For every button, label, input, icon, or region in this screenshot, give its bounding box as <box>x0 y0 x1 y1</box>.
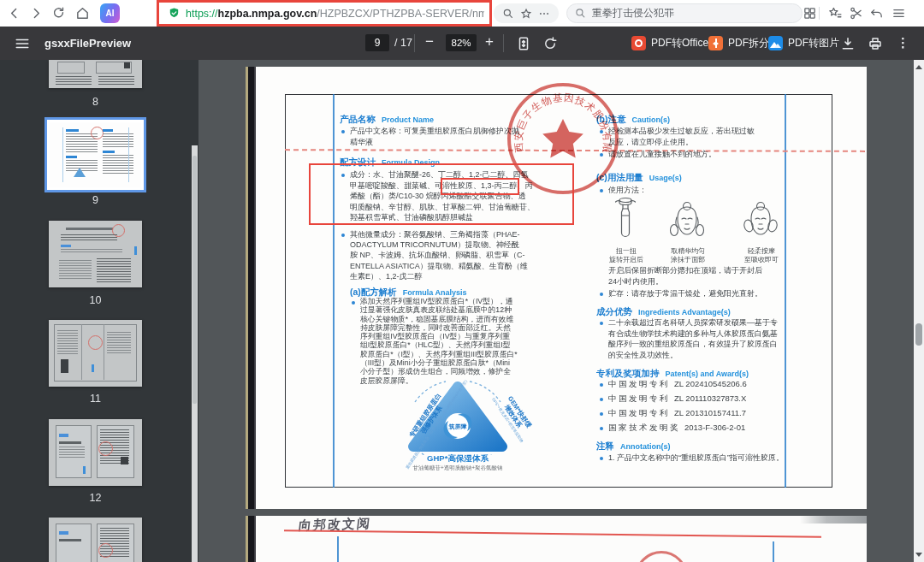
usage-caption-3: 轻柔按摩至吸收即可 <box>735 247 788 263</box>
browser-toolbar: AI https://hzpba.nmpa.gov.cn/HZPBZCX/PTH… <box>0 0 924 27</box>
thumbnail-page-12[interactable] <box>49 419 142 486</box>
pdf-toolbar: gsxxFilePreview 9 / 17 − 82% + PDF转Offic… <box>0 27 924 60</box>
thumbnail-page-11[interactable] <box>49 320 142 387</box>
page-number-input[interactable]: 9 <box>365 34 389 51</box>
zoom-out-button[interactable]: − <box>421 33 438 50</box>
brand-system-triangle-logo: 筑屏障 专研重组胶原蛋白强修护体系 重组胶原蛋白仿生组合（IV型+HLC型+I型… <box>389 376 526 475</box>
usage-caption-2: 取精华均匀涂抹于面部 <box>661 247 714 263</box>
storage-text: 贮存：请存放于常温干燥处，避免阳光直射。 <box>608 288 762 299</box>
analysis-text: 添加天然序列重组IV型胶原蛋白*（IV型），通过显著强化皮肤真表皮联结处基底膜中… <box>360 297 518 385</box>
section-annotation: 注释Annotation(s) <box>596 437 671 453</box>
thumbnail-page-9-selected[interactable] <box>44 117 146 192</box>
pdf-to-image-button[interactable]: PDF转图片 <box>768 36 839 50</box>
viewer-scrollbar[interactable] <box>914 60 924 562</box>
pdf-page-9: 产品名称Product Name 产品中文名称：可复美重组胶原蛋白肌御修护次抛精… <box>246 67 867 509</box>
thumbnail-page-8[interactable] <box>49 60 142 88</box>
viewer-scrollbar-thumb[interactable] <box>915 323 922 346</box>
address-bar-actions <box>494 3 559 23</box>
patent-row: 中国发明专利ZL 201310157411.7 <box>608 408 746 419</box>
search-box[interactable]: 重拳打击侵公犯罪 <box>566 3 803 23</box>
ai-assistant-icon[interactable]: AI <box>100 3 120 23</box>
favorites-list-icon[interactable] <box>828 6 843 21</box>
undo-history-icon[interactable] <box>869 6 884 21</box>
url-path: /HZPBZCX/PTHZPBA-SERVER/nmpafile/gsxxFil… <box>317 8 484 20</box>
screen: AI https://hzpba.nmpa.gov.cn/HZPBZCX/PTH… <box>0 0 924 562</box>
toolbar-separator <box>414 34 415 52</box>
face-massage-illustration <box>740 200 781 245</box>
scan-smudge <box>800 516 867 524</box>
toolbar-separator <box>819 7 820 20</box>
scan-edge <box>246 67 258 509</box>
face-apply-illustration <box>666 200 708 245</box>
home-icon[interactable] <box>75 6 90 21</box>
viewer-title: gsxxFilePreview <box>44 37 131 50</box>
back-icon[interactable] <box>7 6 21 21</box>
secure-shield-icon <box>168 7 181 20</box>
fit-page-icon[interactable] <box>516 36 531 51</box>
pdf-to-office-button[interactable]: PDF转Office <box>631 36 708 50</box>
browser-menu-icon[interactable] <box>891 6 906 21</box>
viewer-menu-icon[interactable]: ⋮ <box>897 35 909 50</box>
company-seal-partial <box>635 551 688 562</box>
trace-ingredients-text: 其他微量成分：聚谷氨酸钠、三角褐指藻（PHAE-ODACTYLUM TRICOR… <box>350 229 528 281</box>
thumbnail-label-11: 11 <box>49 393 142 405</box>
patent-row: 中国发明专利ZL 202410545206.6 <box>608 379 747 390</box>
section-product-name: 产品名称Product Name <box>340 110 434 126</box>
sidebar-scrollbar-thumb[interactable] <box>192 156 197 404</box>
label-divider <box>337 536 339 562</box>
scrollbar-down-icon[interactable] <box>915 553 922 557</box>
ghp-system-label: GHP*高保湿体系 <box>389 453 526 464</box>
section-ingredients-advantage: 成分优势Ingredients Advantage(s) <box>596 303 731 318</box>
sidebar-toggle-icon[interactable] <box>15 36 30 51</box>
pdf-page-10: 向邦改文阅 <box>246 516 867 562</box>
rotate-page-icon[interactable] <box>542 36 558 51</box>
print-icon[interactable] <box>868 36 883 51</box>
thumbnail-label-10: 10 <box>49 294 142 306</box>
zoom-page-icon[interactable] <box>502 8 514 20</box>
zoom-level[interactable]: 82% <box>446 34 477 51</box>
thumbnail-page-13[interactable] <box>49 518 142 562</box>
usage-caption-1: 扭一扭旋转开启后 <box>601 247 651 263</box>
more-options-icon[interactable] <box>538 8 550 20</box>
pdf-split-button[interactable]: PDF拆分 <box>708 36 769 50</box>
ampoule-illustration <box>613 195 637 246</box>
address-bar[interactable]: https://hzpba.nmpa.gov.cn/HZPBZCX/PTHZPB… <box>168 3 484 23</box>
image-icon <box>768 36 783 50</box>
apps-grid-icon[interactable] <box>803 6 817 21</box>
thumbnail-page-10[interactable] <box>49 221 142 287</box>
forward-icon[interactable] <box>29 6 44 21</box>
triangle-center-label: 筑屏障 <box>448 423 467 430</box>
scissors-clip-icon[interactable] <box>849 6 863 21</box>
thumbnail-page-9 <box>50 122 141 187</box>
thumbnail-label-9: 9 <box>49 194 142 206</box>
scrollbar-up-icon[interactable] <box>915 65 922 69</box>
usage-note: 开启后保留折断部分摁扣在顶端，请于开封后24小时内使用。 <box>608 265 762 287</box>
red-line-annotation <box>284 529 821 538</box>
thumbnail-sidebar: 8 9 <box>0 60 198 562</box>
ghp-system-sublabel: 甘油葡糖苷+透明质酸钠+聚谷氨酸钠 <box>389 464 526 472</box>
download-icon[interactable] <box>840 36 856 51</box>
split-icon <box>708 36 723 50</box>
label-divider <box>333 94 335 488</box>
office-icon <box>631 36 646 50</box>
url-host: hzpba.nmpa.gov.cn <box>218 8 317 20</box>
annotation-text: 1. 产品中文名称中的“重组胶原蛋白”指可溶性胶原。 <box>608 453 784 464</box>
search-icon <box>575 8 586 19</box>
red-annotation-soluble-collagen <box>441 178 519 195</box>
thumbnail-label-8: 8 <box>49 96 142 108</box>
zoom-in-button[interactable]: + <box>481 33 498 50</box>
patent-row: 国家技术发明奖2013-F-306-2-01 <box>608 423 745 434</box>
section-patents: 专利及奖项加持Patent(s) and Award(s) <box>596 364 749 380</box>
reload-icon[interactable] <box>51 6 66 21</box>
label-divider <box>773 541 774 562</box>
page-total-label: / 17 <box>394 37 412 49</box>
thumbnail-label-12: 12 <box>49 492 142 504</box>
toolbar-separator <box>503 34 504 52</box>
caution-text-1: 经检测本品极少发生过敏反应，若出现过敏反应，请立即停止使用。 <box>608 126 755 147</box>
search-text: 重拳打击侵公犯罪 <box>592 6 674 21</box>
bookmark-star-icon[interactable] <box>520 8 532 20</box>
caution-text-2: 请放置在儿童接触不到的地方。 <box>608 149 716 160</box>
url-scheme: https:// <box>186 8 218 20</box>
scan-edge <box>246 516 258 562</box>
label-divider <box>785 94 786 488</box>
